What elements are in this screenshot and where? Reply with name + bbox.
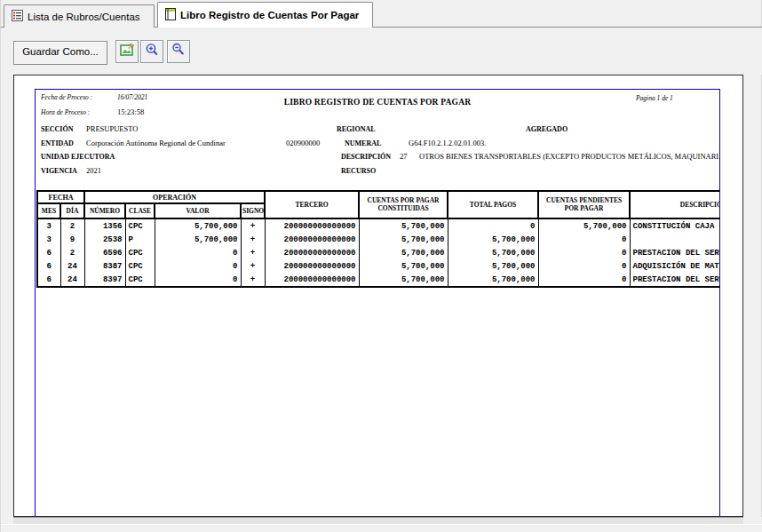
report-page: Fecha de Proceso : 16/07/2021 LIBRO REGI… [35,89,720,517]
table-body: 321356CPC5,700,000+2000000000000005,700,… [37,218,719,287]
table-cell: 0 [155,259,241,273]
table-row: 321356CPC5,700,000+2000000000000005,700,… [37,218,719,233]
zoom-in-button[interactable] [140,40,163,63]
table-row: 392538P5,700,000+2000000000000005,700,00… [37,233,719,246]
col-header-total-pagos: TOTAL PAGOS [448,191,538,218]
table-cell: 2538 [84,233,125,246]
hora-proceso-value: 15:23:58 [117,107,144,116]
table-cell: 3 [37,218,60,233]
numeral-label: NUMERAL [345,139,381,147]
table-cell: 5,700,000 [359,246,448,259]
table-cell: 2 [60,218,84,233]
tab-libro-registro-cuentas-por-pagar[interactable]: Libro Registro de Cuentas Por Pagar [157,2,373,28]
export-image-button[interactable] [115,40,139,63]
toolbar: Guardar Como... [1,28,762,75]
table-cell: P [125,233,155,246]
zoom-in-icon [145,43,159,60]
panel-bottom-shadow [13,517,743,524]
zoom-out-button[interactable] [167,40,190,63]
table-cell: 0 [538,259,630,273]
table-cell: + [241,246,265,259]
table-cell: 5,700,000 [448,246,538,259]
table-cell: 0 [538,233,630,246]
table-cell: 0 [155,273,241,287]
table-cell: 5,700,000 [359,218,448,233]
table-cell: + [241,273,265,287]
save-as-button[interactable]: Guardar Como... [13,41,107,65]
vigencia-value: 2021 [86,166,101,175]
tab-strip: Lista de Rubros/Cuentas Libro Registro d… [1,0,762,28]
table-cell: 6 [37,259,60,273]
agregado-label: AGREGADO [526,125,568,133]
table-cell: 8397 [84,273,125,287]
unidad-ejecutora-label: UNIDAD EJECUTORA [41,153,115,161]
table-cell: 5,700,000 [448,233,538,246]
col-header-dia: DÍA [60,203,84,218]
table-cell: CPC [125,218,155,233]
list-icon [12,10,23,23]
descripcion-code: 27 [400,152,408,161]
table-row: 626596CPC0+2000000000000005,700,0005,700… [37,246,719,259]
col-header-signo: SIGNO [241,203,265,218]
table-cell: 6 [37,246,60,259]
col-header-cuentas-pendientes-por-pagar: CUENTAS PENDIENTES POR PAGAR [538,191,630,218]
table-cell: PRESTACION DEL SERVIC [630,273,719,287]
regional-label: REGIONAL [337,125,376,133]
table-cell: 24 [60,273,84,287]
tab-label: Libro Registro de Cuentas Por Pagar [180,10,359,20]
table-cell: 5,700,000 [359,273,448,287]
table-cell: 2 [60,246,84,259]
table-cell: 200000000000000 [265,233,359,246]
vigencia-label: VIGENCIA [41,167,77,175]
table-cell: 5,700,000 [155,233,241,246]
col-header-tercero: TERCERO [265,191,359,218]
app-window: Lista de Rubros/Cuentas Libro Registro d… [0,0,762,532]
report-preview-panel: Fecha de Proceso : 16/07/2021 LIBRO REGI… [13,75,743,517]
entidad-label: ENTIDAD [41,139,74,147]
seccion-label: SECCIÓN [41,125,73,133]
entidad-value: Corporación Autónoma Regional de Cundina… [86,139,226,147]
table-cell: 0 [538,273,630,287]
report-title: LIBRO REGISTRO DE CUENTAS POR PAGAR [36,98,719,107]
table-cell: 5,700,000 [538,218,630,233]
table-cell: 0 [155,246,241,259]
col-header-numero: NÚMERO [84,203,125,218]
table-cell: 0 [538,246,630,259]
table-cell: 1356 [84,218,125,233]
table-cell: 5,700,000 [448,273,538,287]
table-cell: CPC [125,273,155,287]
table-cell: 5,700,000 [359,233,448,246]
zoom-out-icon [171,43,186,60]
table-cell: CONSTITUCIÓN CAJA MEN [630,218,719,233]
col-header-valor: VALOR [155,203,241,218]
numeral-value: G64.F10.2.1.2.02.01.003. [409,139,486,147]
table-row: 6248387CPC0+2000000000000005,700,0005,70… [37,259,719,273]
table-cell: 6 [37,273,60,287]
notebook-icon [165,8,176,22]
table-cell: 8387 [84,259,125,273]
table-cell: 200000000000000 [265,218,359,233]
table-cell: CPC [125,246,155,259]
table-cell: + [241,259,265,273]
col-header-cuentas-por-pagar-constituidas: CUENTAS POR PAGAR CONSTITUIDAS [359,191,448,218]
table-cell: + [241,233,265,246]
recurso-label: RECURSO [341,167,376,175]
tab-label: Lista de Rubros/Cuentas [28,12,140,22]
table-cell: 9 [60,233,84,246]
table-cell: + [241,218,265,233]
table-cell: 0 [448,218,538,233]
table-cell: 24 [60,259,84,273]
table-cell: PRESTACION DEL SERVIC [630,246,719,259]
table-cell: 200000000000000 [265,259,359,273]
tab-lista-rubros-cuentas[interactable]: Lista de Rubros/Cuentas [4,4,155,28]
table-cell: 200000000000000 [265,246,359,259]
table-cell [630,233,719,246]
col-group-operacion: OPERACIÓN [84,191,265,203]
table-cell: 5,700,000 [448,259,538,273]
seccion-value: PRESUPUESTO [86,124,138,133]
table-cell: 6596 [84,246,125,259]
page-number: Pagina 1 de 1 [636,94,673,102]
window-bottom-edge [1,524,762,525]
report-table: FECHA OPERACIÓN TERCERO CUENTAS POR PAGA… [36,190,719,288]
table-cell: 200000000000000 [265,273,359,287]
